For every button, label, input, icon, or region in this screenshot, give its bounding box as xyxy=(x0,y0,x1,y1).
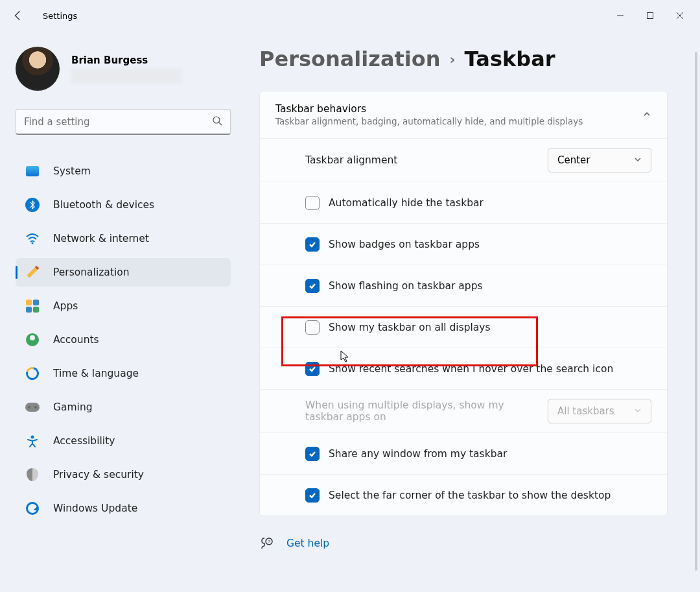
accounts-icon xyxy=(25,332,40,348)
svg-point-4 xyxy=(32,243,34,244)
bluetooth-icon xyxy=(25,197,40,213)
setting-far-corner[interactable]: Select the far corner of the taskbar to … xyxy=(260,474,667,515)
accessibility-icon xyxy=(25,433,40,449)
nav-privacy[interactable]: Privacy & security xyxy=(16,460,231,489)
search-field[interactable] xyxy=(24,116,212,128)
svg-text:?: ? xyxy=(268,539,270,545)
apps-icon xyxy=(25,298,40,314)
flashing-checkbox[interactable] xyxy=(305,279,320,293)
nav-apps[interactable]: Apps xyxy=(16,292,231,320)
help-section: ? Get help xyxy=(259,536,668,551)
nav-accessibility[interactable]: Accessibility xyxy=(16,427,231,455)
update-icon xyxy=(25,501,40,516)
nav-time[interactable]: Time & language xyxy=(16,359,231,388)
share-window-label: Share any window from my taskbar xyxy=(329,448,507,460)
alignment-dropdown[interactable]: Center xyxy=(548,148,651,172)
wifi-icon xyxy=(25,231,40,246)
app-title: Settings xyxy=(43,11,77,21)
nav-network[interactable]: Network & internet xyxy=(16,224,231,253)
autohide-label: Automatically hide the taskbar xyxy=(329,197,484,209)
far-corner-checkbox[interactable] xyxy=(305,488,320,503)
autohide-checkbox[interactable] xyxy=(305,196,320,210)
card-title: Taskbar behaviors xyxy=(275,103,583,115)
taskbar-behaviors-card: Taskbar behaviors Taskbar alignment, bad… xyxy=(259,91,668,516)
nav-update[interactable]: Windows Update xyxy=(16,494,231,523)
card-subtitle: Taskbar alignment, badging, automaticall… xyxy=(275,116,583,126)
setting-badges[interactable]: Show badges on taskbar apps xyxy=(260,223,667,265)
svg-point-5 xyxy=(31,436,34,439)
brush-icon xyxy=(25,265,40,280)
breadcrumb: Personalization › Taskbar xyxy=(259,47,668,71)
nav-gaming[interactable]: Gaming xyxy=(16,393,231,421)
recent-search-checkbox[interactable] xyxy=(305,362,320,376)
setting-all-displays[interactable]: Show my taskbar on all displays xyxy=(260,306,667,348)
far-corner-label: Select the far corner of the taskbar to … xyxy=(329,490,611,501)
setting-recent-search[interactable]: Show recent searches when I hover over t… xyxy=(260,348,667,389)
setting-flashing[interactable]: Show flashing on taskbar apps xyxy=(260,265,667,306)
help-icon: ? xyxy=(259,536,275,551)
badges-checkbox[interactable] xyxy=(305,237,320,252)
chevron-down-icon xyxy=(634,154,642,166)
cursor-icon xyxy=(340,350,351,366)
back-button[interactable] xyxy=(5,3,31,29)
setting-autohide[interactable]: Automatically hide the taskbar xyxy=(260,182,667,223)
share-window-checkbox[interactable] xyxy=(305,447,320,461)
multi-apps-dropdown: All taskbars xyxy=(548,399,651,423)
setting-share-window[interactable]: Share any window from my taskbar xyxy=(260,432,667,474)
chevron-right-icon: › xyxy=(450,51,456,67)
card-header[interactable]: Taskbar behaviors Taskbar alignment, bad… xyxy=(260,91,667,138)
multi-apps-label: When using multiple displays, show my ta… xyxy=(305,399,513,423)
get-help-link[interactable]: Get help xyxy=(286,538,329,549)
gamepad-icon xyxy=(25,399,40,415)
system-icon xyxy=(25,163,40,179)
minimize-button[interactable] xyxy=(605,3,635,29)
svg-line-3 xyxy=(219,123,222,125)
user-name: Brian Burgess xyxy=(71,54,181,66)
chevron-down-icon xyxy=(634,405,642,417)
all-displays-label: Show my taskbar on all displays xyxy=(329,322,491,333)
setting-alignment: Taskbar alignment Center xyxy=(260,138,667,182)
search-input[interactable] xyxy=(16,109,231,135)
chevron-up-icon[interactable] xyxy=(642,109,651,121)
breadcrumb-parent[interactable]: Personalization xyxy=(259,47,441,71)
avatar xyxy=(16,47,60,91)
nav-system[interactable]: System xyxy=(16,157,231,185)
shield-icon xyxy=(25,467,40,482)
nav-accounts[interactable]: Accounts xyxy=(16,326,231,354)
svg-rect-1 xyxy=(648,13,653,19)
profile-block[interactable]: Brian Burgess xyxy=(16,47,231,91)
nav-personalization[interactable]: Personalization xyxy=(16,258,231,287)
recent-search-label: Show recent searches when I hover over t… xyxy=(329,363,613,375)
nav-bluetooth[interactable]: Bluetooth & devices xyxy=(16,191,231,219)
all-displays-checkbox[interactable] xyxy=(305,320,320,335)
search-icon xyxy=(212,115,222,128)
flashing-label: Show flashing on taskbar apps xyxy=(329,280,483,292)
clock-icon xyxy=(25,366,40,381)
svg-point-2 xyxy=(213,117,220,123)
close-button[interactable] xyxy=(665,3,695,29)
user-email-redacted xyxy=(71,69,181,83)
maximize-button[interactable] xyxy=(635,3,665,29)
breadcrumb-current: Taskbar xyxy=(465,47,555,71)
badges-label: Show badges on taskbar apps xyxy=(329,239,480,250)
scrollbar[interactable] xyxy=(695,52,697,571)
setting-multi-apps: When using multiple displays, show my ta… xyxy=(260,389,667,432)
alignment-label: Taskbar alignment xyxy=(305,154,397,166)
